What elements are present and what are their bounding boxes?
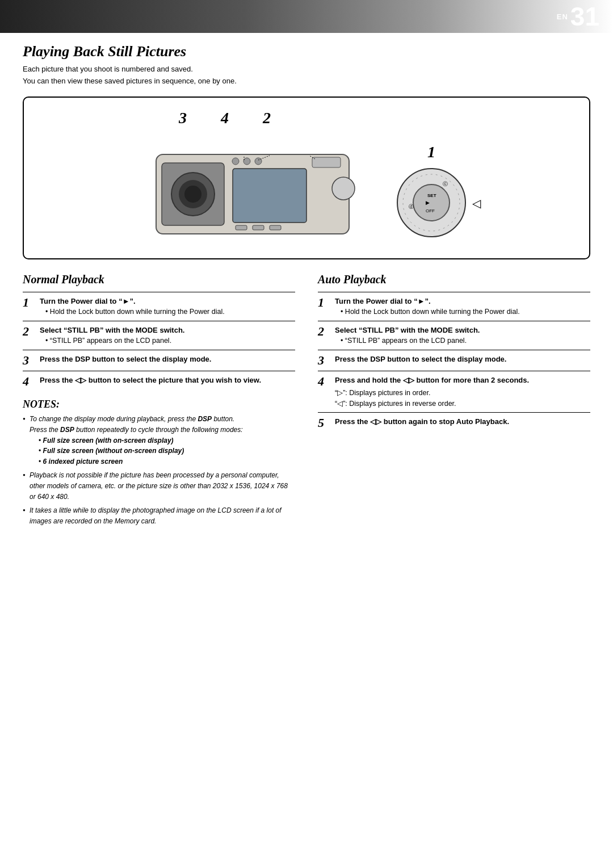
normal-playback-title: Normal Playback xyxy=(23,273,295,286)
camera-diagram-box: 3 4 2 xyxy=(23,97,590,259)
auto-step-4-content: Press and hold the ◁▷ button for more th… xyxy=(335,375,590,409)
normal-step-1-content: Turn the Power dial to “►”. Hold the Loc… xyxy=(40,296,295,317)
normal-step-2-content: Select “STILL PB” with the MODE switch. … xyxy=(40,325,295,346)
note-2: Playback is not possible if the picture … xyxy=(23,470,295,502)
main-content: Playing Back Still Pictures Each picture… xyxy=(0,33,613,543)
auto-step-4-main: Press and hold the ◁▷ button for more th… xyxy=(335,375,590,386)
notes-title: NOTES: xyxy=(23,399,295,410)
diagram-number-2: 2 xyxy=(263,109,271,127)
page-subtitle: Each picture that you shoot is numbered … xyxy=(23,64,590,87)
note-1-sub-2: Full size screen (without on-screen disp… xyxy=(30,446,295,456)
auto-step-1-sub: Hold the Lock button down while turning … xyxy=(335,307,590,317)
normal-step-4-number: 4 xyxy=(23,375,35,388)
normal-step-3-number: 3 xyxy=(23,354,35,367)
auto-step-4-sub1: “▷”: Displays pictures in order. xyxy=(335,388,590,399)
normal-step-4-main: Press the ◁▷ button to select the pictur… xyxy=(40,375,295,386)
svg-point-7 xyxy=(243,158,250,165)
auto-step-4: 4 Press and hold the ◁▷ button for more … xyxy=(318,371,590,412)
svg-text:ⓒ: ⓒ xyxy=(443,181,448,187)
auto-step-4-number: 4 xyxy=(318,375,330,388)
auto-step-3-content: Press the DSP button to select the displ… xyxy=(335,354,590,365)
note-3: It takes a little while to display the p… xyxy=(23,505,295,526)
svg-rect-11 xyxy=(236,225,247,230)
auto-step-1-main: Turn the Power dial to “►”. xyxy=(335,296,590,307)
svg-rect-5 xyxy=(233,169,306,223)
diagram-number-3: 3 xyxy=(179,109,187,127)
auto-step-2-sub: “STILL PB” appears on the LCD panel. xyxy=(335,336,590,346)
normal-step-3-main: Press the DSP button to select the displ… xyxy=(40,354,295,365)
note-1: To change the display mode during playba… xyxy=(23,414,295,467)
dial-svg: SET ▶ OFF ⓒ ⓓ xyxy=(394,166,468,240)
svg-text:SET: SET xyxy=(427,193,436,198)
auto-step-5-main: Press the ◁▷ button again to stop Auto P… xyxy=(335,416,590,427)
subtitle-line2: You can then view these saved pictures i… xyxy=(23,76,590,87)
auto-step-5: 5 Press the ◁▷ button again to stop Auto… xyxy=(318,412,590,433)
normal-step-3-content: Press the DSP button to select the displ… xyxy=(40,354,295,365)
auto-step-2-main: Select “STILL PB” with the MODE switch. xyxy=(335,325,590,336)
normal-step-1: 1 Turn the Power dial to “►”. Hold the L… xyxy=(23,292,295,321)
auto-step-2-number: 2 xyxy=(318,325,330,338)
normal-step-1-sub: Hold the Lock button down while turning … xyxy=(40,307,295,317)
auto-step-1-content: Turn the Power dial to “►”. Hold the Loc… xyxy=(335,296,590,317)
auto-step-1-number: 1 xyxy=(318,296,330,309)
page-title: Playing Back Still Pictures xyxy=(23,43,590,60)
camera-svg xyxy=(145,132,372,245)
diagram-number-4: 4 xyxy=(221,109,229,127)
auto-playback-title: Auto Playback xyxy=(318,273,590,286)
auto-step-3: 3 Press the DSP button to select the dis… xyxy=(318,350,590,371)
svg-point-19 xyxy=(413,184,450,221)
two-columns: Normal Playback 1 Turn the Power dial to… xyxy=(23,273,590,527)
normal-step-2-sub: “STILL PB” appears on the LCD panel. xyxy=(40,336,295,346)
auto-step-2: 2 Select “STILL PB” with the MODE switch… xyxy=(318,321,590,350)
page-number: 31 xyxy=(570,3,599,30)
normal-playback-section: Normal Playback 1 Turn the Power dial to… xyxy=(23,273,295,527)
auto-step-3-number: 3 xyxy=(318,354,330,367)
auto-step-4-sub2: “◁”: Displays pictures in reverse order. xyxy=(335,399,590,409)
svg-rect-13 xyxy=(270,225,281,230)
header-bar: EN 31 xyxy=(0,0,613,33)
normal-step-3: 3 Press the DSP button to select the dis… xyxy=(23,350,295,371)
normal-step-2-number: 2 xyxy=(23,325,35,338)
svg-point-6 xyxy=(232,158,239,165)
auto-step-2-content: Select “STILL PB” with the MODE switch. … xyxy=(335,325,590,346)
subtitle-line1: Each picture that you shoot is numbered … xyxy=(23,64,590,76)
svg-rect-9 xyxy=(312,157,341,167)
normal-step-1-number: 1 xyxy=(23,296,35,309)
normal-step-4-content: Press the ◁▷ button to select the pictur… xyxy=(40,375,295,386)
auto-step-5-number: 5 xyxy=(318,416,330,430)
normal-step-2-main: Select “STILL PB” with the MODE switch. xyxy=(40,325,295,336)
notes-section: NOTES: To change the display mode during… xyxy=(23,399,295,526)
normal-step-1-main: Turn the Power dial to “►”. xyxy=(40,296,295,307)
svg-point-10 xyxy=(332,177,355,200)
normal-step-2: 2 Select “STILL PB” with the MODE switch… xyxy=(23,321,295,350)
diagram-number-1: 1 xyxy=(427,143,435,161)
auto-step-3-main: Press the DSP button to select the displ… xyxy=(335,354,590,365)
svg-point-4 xyxy=(184,186,201,203)
svg-rect-12 xyxy=(253,225,264,230)
note-1-sub-1: Full size screen (with on-screen display… xyxy=(30,435,295,446)
auto-step-1: 1 Turn the Power dial to “►”. Hold the L… xyxy=(318,292,590,321)
svg-text:▶: ▶ xyxy=(426,200,430,206)
en-label: EN xyxy=(557,12,568,21)
svg-text:OFF: OFF xyxy=(426,208,435,213)
auto-playback-section: Auto Playback 1 Turn the Power dial to “… xyxy=(318,273,590,527)
note-1-sub-3: 6 indexed picture screen xyxy=(30,456,295,467)
dial-arrow: ◁ xyxy=(472,196,481,210)
normal-step-4: 4 Press the ◁▷ button to select the pict… xyxy=(23,371,295,392)
svg-text:ⓓ: ⓓ xyxy=(409,204,414,209)
auto-step-5-content: Press the ◁▷ button again to stop Auto P… xyxy=(335,416,590,427)
